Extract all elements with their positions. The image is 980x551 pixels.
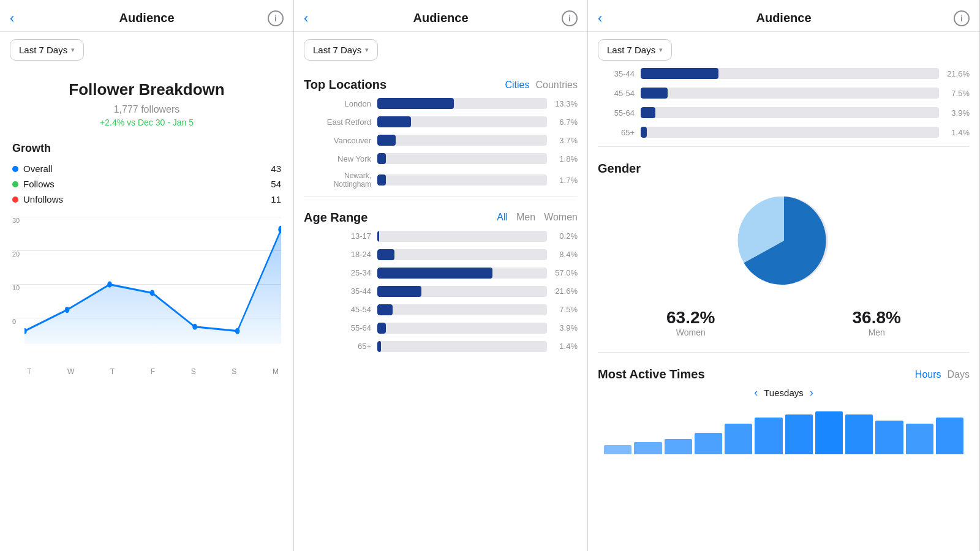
growth-chart-svg bbox=[24, 217, 281, 351]
follows-value: 54 bbox=[271, 179, 281, 189]
section-divider bbox=[304, 197, 578, 197]
gender-title: Gender bbox=[598, 162, 970, 176]
back-button-3[interactable]: ‹ bbox=[598, 10, 602, 26]
hour-bar-10 bbox=[875, 421, 903, 454]
age-fill-18-24 bbox=[377, 249, 394, 260]
men-pct: 36.8% bbox=[853, 308, 901, 328]
age-track-55-64 bbox=[377, 323, 547, 334]
x-label-t1: T bbox=[27, 367, 31, 376]
chevron-icon-2: ▾ bbox=[365, 46, 369, 54]
x-label-s1: S bbox=[191, 367, 196, 376]
age-track-18-24 bbox=[377, 249, 547, 260]
bar-fill-eastretford bbox=[377, 116, 411, 127]
age-label-65plus: 65+ bbox=[304, 342, 377, 351]
age-bar-35-44: 35-44 21.6% bbox=[304, 286, 578, 297]
age-pct-25-34: 57.0% bbox=[547, 268, 578, 277]
age-label-55-64: 55-64 bbox=[304, 323, 377, 332]
next-day-button[interactable]: › bbox=[810, 386, 813, 399]
unfollows-label: Unfollows bbox=[23, 194, 63, 204]
age-label-35-44: 35-44 bbox=[304, 287, 377, 296]
info-button-3[interactable]: i bbox=[954, 10, 970, 26]
tab-men[interactable]: Men bbox=[516, 212, 535, 223]
y-label-20: 20 bbox=[12, 250, 20, 258]
tab-cities[interactable]: Cities bbox=[505, 80, 530, 91]
filter-button-1[interactable]: Last 7 Days ▾ bbox=[10, 39, 84, 61]
chart-area-fill bbox=[24, 230, 281, 344]
prev-day-button[interactable]: ‹ bbox=[754, 386, 758, 399]
age-range-title: Age Range bbox=[304, 211, 368, 225]
women-label: Women bbox=[666, 328, 715, 337]
age-pct-55-64: 3.9% bbox=[547, 323, 578, 332]
p3-age-bar-35-44: 35-44 21.6% bbox=[598, 68, 970, 79]
panel3-main: 35-44 21.6% 45-54 7.5% 55-64 3.9% 65+ bbox=[588, 68, 979, 545]
bar-row-london: London 13.3% bbox=[304, 98, 578, 109]
p3-age-track-55-64 bbox=[641, 107, 939, 118]
men-label: Men bbox=[853, 328, 901, 337]
age-fill-55-64 bbox=[377, 323, 386, 334]
hour-bar-7 bbox=[785, 414, 813, 454]
p3-age-track-65plus bbox=[641, 127, 939, 138]
bar-label-newark: Newark,Nottingham bbox=[304, 171, 377, 189]
back-button-2[interactable]: ‹ bbox=[304, 10, 308, 26]
most-active-header: Most Active Times Hours Days bbox=[598, 360, 970, 386]
p3-age-track-35-44 bbox=[641, 68, 939, 79]
age-fill-13-17 bbox=[377, 231, 379, 242]
p3-age-label-65plus: 65+ bbox=[598, 128, 641, 137]
bar-row-eastretford: East Retford 6.7% bbox=[304, 116, 578, 127]
active-day-label: Tuesdays bbox=[764, 388, 803, 398]
chart-x-labels: T W T F S S M bbox=[24, 365, 281, 376]
y-label-0: 0 bbox=[12, 318, 16, 325]
bar-track-vancouver bbox=[377, 135, 547, 146]
filter-button-3[interactable]: Last 7 Days ▾ bbox=[598, 39, 672, 61]
section-divider-3 bbox=[598, 146, 970, 147]
p3-age-fill-65plus bbox=[641, 127, 647, 138]
bar-pct-eastretford: 6.7% bbox=[547, 118, 578, 127]
filter-row-2: Last 7 Days ▾ bbox=[294, 32, 587, 68]
tab-days[interactable]: Days bbox=[948, 369, 970, 380]
x-label-f: F bbox=[151, 367, 155, 376]
unfollows-dot bbox=[12, 197, 18, 203]
p3-age-pct-35-44: 21.6% bbox=[939, 69, 970, 78]
p3-age-bar-65plus: 65+ 1.4% bbox=[598, 127, 970, 138]
age-bar-55-64: 55-64 3.9% bbox=[304, 323, 578, 334]
tab-hours[interactable]: Hours bbox=[915, 369, 941, 380]
section-divider-4 bbox=[598, 352, 970, 353]
age-pct-35-44: 21.6% bbox=[547, 287, 578, 296]
age-bar-45-54: 45-54 7.5% bbox=[304, 304, 578, 315]
overall-value: 43 bbox=[271, 163, 281, 174]
filter-row-3: Last 7 Days ▾ bbox=[588, 32, 979, 68]
age-label-45-54: 45-54 bbox=[304, 305, 377, 314]
panel-1: ‹ Audience i Last 7 Days ▾ Follower Brea… bbox=[0, 0, 294, 551]
tab-all[interactable]: All bbox=[497, 212, 508, 223]
top-locations-header: Top Locations Cities Countries bbox=[304, 68, 578, 98]
age-bar-18-24: 18-24 8.4% bbox=[304, 249, 578, 260]
filter-button-2[interactable]: Last 7 Days ▾ bbox=[304, 39, 378, 61]
bar-pct-newyork: 1.8% bbox=[547, 154, 578, 163]
age-label-13-17: 13-17 bbox=[304, 231, 377, 241]
age-track-25-34 bbox=[377, 268, 547, 279]
p3-age-pct-65plus: 1.4% bbox=[939, 128, 970, 137]
bar-track-eastretford bbox=[377, 116, 547, 127]
chevron-icon-3: ▾ bbox=[659, 46, 663, 54]
y-label-30: 30 bbox=[12, 217, 20, 224]
age-pct-18-24: 8.4% bbox=[547, 250, 578, 259]
p3-age-fill-35-44 bbox=[641, 68, 718, 79]
panel-title-3: Audience bbox=[756, 11, 811, 25]
bar-track-london bbox=[377, 98, 547, 109]
follower-count: 1,777 followers bbox=[12, 104, 281, 115]
tab-women[interactable]: Women bbox=[544, 212, 578, 223]
x-label-t2: T bbox=[110, 367, 115, 376]
info-button-2[interactable]: i bbox=[562, 10, 578, 26]
age-track-45-54 bbox=[377, 304, 547, 315]
p3-age-fill-55-64 bbox=[641, 107, 655, 118]
chart-dot bbox=[235, 328, 240, 334]
panel1-content: Follower Breakdown 1,777 followers +2.4%… bbox=[0, 68, 293, 376]
tab-countries[interactable]: Countries bbox=[536, 80, 578, 91]
back-button-1[interactable]: ‹ bbox=[10, 10, 14, 26]
age-fill-35-44 bbox=[377, 286, 421, 297]
info-button-1[interactable]: i bbox=[268, 10, 284, 26]
header-2: ‹ Audience i bbox=[294, 0, 587, 32]
bar-label-vancouver: Vancouver bbox=[304, 136, 377, 145]
age-tabs: All Men Women bbox=[497, 212, 578, 223]
hour-bar-9 bbox=[845, 414, 873, 454]
